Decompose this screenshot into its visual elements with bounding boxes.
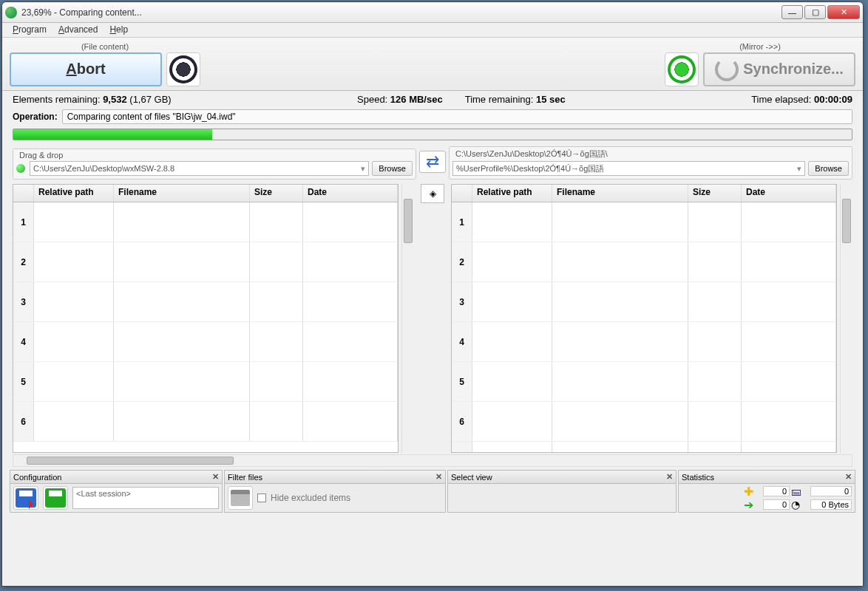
col-relative-path[interactable]: Relative path <box>34 185 114 202</box>
sync-icon <box>715 58 739 81</box>
arrow-icon: ➔ <box>744 498 762 512</box>
filter-settings-button[interactable] <box>228 486 253 510</box>
table-row[interactable]: 6 <box>13 402 398 442</box>
app-window: 23,69% - Comparing content... — ▢ ✕ Prog… <box>1 1 864 587</box>
swap-arrow-icon: ⇄ <box>426 152 439 171</box>
status-dot-icon <box>16 164 25 173</box>
status-row: Elements remaining: 9,532 (1,67 GB) Spee… <box>2 91 863 108</box>
close-button[interactable]: ✕ <box>827 5 860 19</box>
right-grid: Relative path Filename Size Date 1234567 <box>451 184 837 453</box>
table-row[interactable]: 1 <box>13 202 398 242</box>
col-filename[interactable]: Filename <box>552 185 688 202</box>
maximize-button[interactable]: ▢ <box>804 5 826 19</box>
table-row[interactable]: 2 <box>13 242 398 282</box>
horizontal-scrollbar[interactable] <box>13 454 852 467</box>
table-row[interactable]: 7 <box>452 442 836 452</box>
left-path-input[interactable]: C:\Users\ZenJu\Desktop\wxMSW-2.8.8▾ <box>30 161 369 176</box>
gear-icon <box>671 58 693 81</box>
operation-text: Comparing content of files "BIG\jw_04.iw… <box>62 109 852 124</box>
table-row[interactable]: 6 <box>452 402 836 442</box>
sync-group-label: (Mirror ->>) <box>739 42 781 51</box>
col-size[interactable]: Size <box>688 185 742 202</box>
compare-group-label: (File content) <box>81 42 129 51</box>
middle-action-button[interactable]: ◈ <box>421 184 444 203</box>
stat-arrow-count: 0 <box>763 499 790 510</box>
save-config-button[interactable] <box>13 486 38 510</box>
sync-settings-button[interactable] <box>665 52 699 86</box>
gear-icon <box>172 58 194 81</box>
table-row[interactable]: 2 <box>452 242 836 282</box>
operation-label: Operation: <box>13 112 58 122</box>
session-list[interactable]: <Last session> <box>72 487 219 509</box>
col-relative-path[interactable]: Relative path <box>472 185 552 202</box>
menu-program[interactable]: Program <box>8 24 51 35</box>
disk-icon: 🖴 <box>791 485 809 497</box>
right-path-input[interactable]: %UserProfile%\Desktop\2Ó¶4Ú→õg国語▾ <box>452 161 805 176</box>
filter-icon <box>231 490 250 506</box>
synchronize-label: Synchronize... <box>743 61 844 78</box>
bottom-panels: Configuration✕ <Last session> Filter fil… <box>10 470 855 513</box>
menubar: Program Advanced Help <box>2 23 863 38</box>
close-panel-icon[interactable]: ✕ <box>212 472 219 482</box>
col-date[interactable]: Date <box>303 185 398 202</box>
menu-help[interactable]: Help <box>105 24 132 35</box>
right-browse-button[interactable]: Browse <box>808 161 849 176</box>
table-row[interactable]: 3 <box>452 282 836 322</box>
table-row[interactable]: 3 <box>13 282 398 322</box>
floppy-icon <box>45 488 66 508</box>
cube-icon: ◈ <box>430 188 436 199</box>
panel-configuration: Configuration✕ <Last session> <box>10 470 223 513</box>
panel-select-view: Select view✕ <box>447 470 677 513</box>
path-section: Drag & drop C:\Users\ZenJu\Desktop\wxMSW… <box>2 146 863 180</box>
table-row[interactable]: 5 <box>452 362 836 402</box>
col-size[interactable]: Size <box>250 185 303 202</box>
col-filename[interactable]: Filename <box>114 185 250 202</box>
comparison-grids: Relative path Filename Size Date 123456 … <box>2 180 863 454</box>
close-panel-icon[interactable]: ✕ <box>666 472 673 482</box>
progress-bar <box>13 129 852 140</box>
stat-add-count: 0 <box>763 486 790 496</box>
col-date[interactable]: Date <box>742 185 836 202</box>
stat-disk-count: 0 <box>810 486 852 496</box>
compare-settings-button[interactable] <box>166 52 200 86</box>
swap-sides-button[interactable]: ⇄ <box>419 151 446 173</box>
stat-bytes: 0 Bytes <box>810 499 852 510</box>
pie-icon: ◔ <box>791 499 809 510</box>
left-scrollbar[interactable] <box>401 184 414 453</box>
toolbar: (File content) Abort (Mirror ->>) Synchr… <box>2 38 863 91</box>
close-panel-icon[interactable]: ✕ <box>435 472 442 482</box>
hide-excluded-label: Hide excluded items <box>271 493 350 503</box>
load-config-button[interactable] <box>43 486 68 510</box>
table-row[interactable]: 4 <box>13 322 398 362</box>
titlebar[interactable]: 23,69% - Comparing content... — ▢ ✕ <box>2 2 863 23</box>
right-scrollbar[interactable] <box>840 184 852 453</box>
right-path-header: C:\Users\ZenJu\Desktop\2Ó¶4Ú→õg国語\ <box>452 148 849 161</box>
table-row[interactable]: 4 <box>452 322 836 362</box>
minimize-button[interactable]: — <box>781 5 803 19</box>
window-title: 23,69% - Comparing content... <box>21 7 781 18</box>
operation-row: Operation: Comparing content of files "B… <box>2 108 863 129</box>
table-row[interactable]: 5 <box>13 362 398 402</box>
abort-button[interactable]: Abort <box>10 52 162 86</box>
add-icon: ✚ <box>744 485 762 499</box>
floppy-icon <box>16 488 36 508</box>
hide-excluded-checkbox[interactable] <box>257 493 266 502</box>
menu-advanced[interactable]: Advanced <box>54 24 102 35</box>
left-grid: Relative path Filename Size Date 123456 <box>13 184 399 453</box>
progress-fill <box>13 129 212 140</box>
left-path-label: Drag & drop <box>16 151 413 161</box>
synchronize-button[interactable]: Synchronize... <box>703 52 855 86</box>
app-icon <box>5 7 17 18</box>
panel-statistics: Statistics✕ ✚ 0 🖴 0 ➔ 0 ◔ 0 Bytes <box>678 470 855 513</box>
left-browse-button[interactable]: Browse <box>372 161 413 176</box>
close-panel-icon[interactable]: ✕ <box>845 472 852 482</box>
table-row[interactable]: 1 <box>452 202 836 242</box>
panel-filter: Filter files✕ Hide excluded items <box>224 470 446 513</box>
